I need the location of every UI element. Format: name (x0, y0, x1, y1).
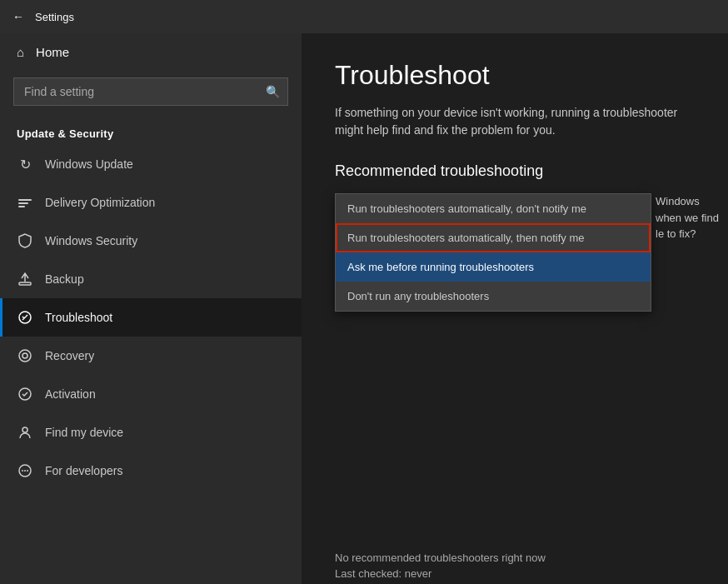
sidebar-item-label: Windows Update (45, 157, 133, 171)
svg-point-6 (22, 353, 27, 358)
main-layout: ⌂ Home 🔍 Update & Security ↻ Windows Upd… (0, 33, 728, 584)
dropdown-item-ask-before[interactable]: Ask me before running troubleshooters (336, 252, 651, 282)
sidebar: ⌂ Home 🔍 Update & Security ↻ Windows Upd… (0, 33, 302, 584)
sidebar-item-delivery-optimization[interactable]: Delivery Optimization (0, 183, 302, 222)
back-button[interactable]: ← (10, 8, 27, 25)
sidebar-item-find-my-device[interactable]: Find my device (0, 413, 302, 452)
svg-rect-3 (19, 282, 31, 285)
recommended-section: Windows when we find le to fix? Run trou… (335, 193, 695, 580)
title-bar-title: Settings (35, 11, 74, 23)
svg-point-12 (27, 470, 28, 472)
search-container: 🔍 (13, 77, 288, 106)
search-input[interactable] (13, 77, 288, 106)
svg-rect-1 (18, 202, 28, 204)
sidebar-item-home[interactable]: ⌂ Home (0, 33, 302, 71)
sidebar-item-label: Find my device (45, 426, 123, 439)
last-checked: Last checked: never (335, 567, 695, 580)
sidebar-item-label: Backup (45, 272, 84, 286)
svg-rect-2 (18, 206, 25, 207)
sidebar-item-troubleshoot[interactable]: Troubleshoot (0, 298, 302, 337)
sidebar-item-label: Windows Security (45, 234, 137, 247)
sidebar-item-backup[interactable]: Backup (0, 260, 302, 298)
page-title: Troubleshoot (335, 60, 695, 91)
sidebar-item-recovery[interactable]: Recovery (0, 337, 302, 375)
page-description: If something on your device isn't workin… (335, 104, 695, 139)
activation-icon (17, 386, 33, 402)
for-developers-icon (17, 462, 33, 479)
windows-security-icon (17, 232, 33, 249)
dropdown-item-dont-run[interactable]: Don't run any troubleshooters (336, 282, 651, 311)
svg-rect-0 (18, 199, 32, 201)
sidebar-item-label: Recovery (45, 349, 94, 362)
sidebar-item-windows-security[interactable]: Windows Security (0, 222, 302, 260)
context-aside: Windows when we find le to fix? (656, 193, 728, 242)
sidebar-item-for-developers[interactable]: For developers (0, 452, 302, 490)
recovery-icon (17, 347, 33, 364)
back-icon: ← (12, 10, 24, 23)
delivery-optimization-icon (17, 194, 33, 211)
sidebar-item-label: Troubleshoot (45, 311, 112, 324)
section-header: Update & Security (0, 119, 302, 145)
sidebar-item-windows-update[interactable]: ↻ Windows Update (0, 145, 302, 183)
sidebar-item-activation[interactable]: Activation (0, 375, 302, 413)
title-bar: ← Settings (0, 0, 728, 33)
dropdown-item-auto-notify[interactable]: Run troubleshooters automatically, then … (336, 223, 651, 252)
sidebar-item-label: Delivery Optimization (45, 196, 155, 209)
home-icon: ⌂ (17, 45, 24, 59)
find-my-device-icon (17, 424, 33, 441)
dropdown-item-auto-no-notify[interactable]: Run troubleshooters automatically, don't… (336, 194, 651, 223)
sidebar-item-label: Activation (45, 387, 96, 401)
windows-update-icon: ↻ (17, 156, 33, 172)
sidebar-item-label: For developers (45, 464, 122, 477)
content-area: Troubleshoot If something on your device… (302, 33, 728, 584)
backup-icon (17, 271, 33, 287)
home-label: Home (36, 45, 69, 59)
dropdown-menu: Run troubleshooters automatically, don't… (335, 193, 651, 312)
svg-point-5 (19, 350, 31, 362)
section-title: Recommended troubleshooting (335, 162, 695, 180)
svg-point-11 (24, 470, 26, 472)
svg-point-10 (22, 470, 23, 472)
troubleshoot-icon (17, 309, 33, 326)
svg-point-8 (22, 427, 27, 432)
status-text: No recommended troubleshooters right now (335, 552, 695, 564)
